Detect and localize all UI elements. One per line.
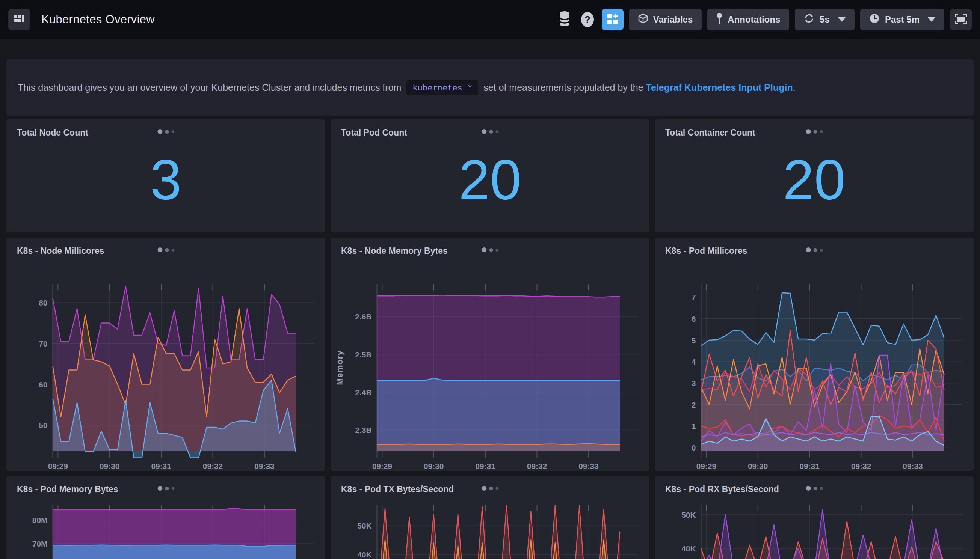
svg-text:09:30: 09:30 [748, 462, 768, 470]
svg-text:0: 0 [692, 443, 696, 452]
annotations-button[interactable]: Annotations [707, 8, 789, 30]
svg-text:6: 6 [692, 314, 696, 323]
cell-context-menu[interactable] [806, 486, 823, 491]
refresh-icon [804, 13, 814, 26]
cell-context-menu[interactable] [157, 247, 174, 252]
svg-text:09:29: 09:29 [696, 462, 716, 470]
svg-text:09:33: 09:33 [254, 462, 274, 470]
svg-text:2.4B: 2.4B [355, 388, 371, 397]
svg-text:09:29: 09:29 [48, 462, 68, 470]
variables-label: Variables [653, 14, 693, 25]
annotation-pin-icon [716, 12, 722, 26]
pod-millicores-chart[interactable]: 0123456709:2909:3009:3109:3209:33 [655, 238, 973, 471]
svg-text:09:33: 09:33 [578, 462, 598, 470]
panel-title: K8s - Pod RX Bytes/Second [665, 484, 779, 495]
panel-node-millicores: K8s - Node Millicores 5060708009:2909:30… [7, 238, 325, 471]
svg-text:09:31: 09:31 [800, 462, 819, 470]
svg-text:70M: 70M [32, 539, 48, 548]
panel-title: K8s - Pod Memory Bytes [17, 484, 118, 495]
svg-text:09:30: 09:30 [99, 462, 119, 470]
refresh-interval-dropdown[interactable]: 5s [795, 8, 854, 30]
sources-button[interactable] [556, 8, 573, 30]
chevron-down-icon [838, 17, 846, 22]
chevron-down-icon [928, 17, 935, 22]
help-button[interactable]: ? [579, 8, 596, 30]
node-millicores-chart[interactable]: 5060708009:2909:3009:3109:3209:33 [7, 238, 325, 471]
panel-total-container-count: Total Container Count 20 [655, 119, 973, 232]
panel-title: Total Container Count [665, 127, 755, 138]
cube-icon [638, 13, 648, 26]
svg-text:40K: 40K [357, 551, 371, 559]
svg-text:09:31: 09:31 [475, 462, 495, 470]
svg-text:09:33: 09:33 [903, 462, 922, 470]
telegraf-plugin-link[interactable]: Telegraf Kubernetes Input Plugin [646, 82, 793, 93]
panel-pod-rx-bytes: K8s - Pod RX Bytes/Second 30K40K50K09:29… [655, 476, 973, 559]
dashboard-note: This dashboard gives you an overview of … [7, 59, 973, 116]
svg-text:80M: 80M [32, 516, 48, 524]
svg-text:80: 80 [39, 298, 47, 307]
svg-text:5: 5 [692, 336, 696, 345]
help-icon: ? [581, 12, 594, 27]
panel-title: K8s - Pod TX Bytes/Second [341, 484, 454, 495]
presentation-mode-icon [955, 14, 967, 25]
cell-context-menu[interactable] [482, 486, 498, 491]
cell-context-menu[interactable] [482, 247, 498, 252]
stat-value: 3 [7, 147, 325, 212]
dashboard-app: Kubernetes Overview ? Variables [0, 0, 980, 559]
cell-context-menu[interactable] [806, 129, 823, 134]
panel-title: K8s - Node Millicores [17, 246, 104, 256]
variables-button[interactable]: Variables [629, 8, 702, 30]
svg-text:7: 7 [692, 293, 696, 301]
svg-text:09:31: 09:31 [151, 462, 171, 470]
svg-text:09:29: 09:29 [372, 462, 392, 470]
cell-context-menu[interactable] [482, 129, 498, 134]
cell-context-menu[interactable] [157, 129, 174, 134]
svg-text:09:30: 09:30 [424, 462, 444, 470]
panel-node-memory-bytes: K8s - Node Memory Bytes 2.3B2.4B2.5B2.6B… [331, 238, 649, 471]
panel-title: K8s - Pod Millicores [665, 246, 748, 256]
note-text-after: . [793, 82, 796, 93]
panel-pod-tx-bytes: K8s - Pod TX Bytes/Second 30K40K50K09:29… [331, 476, 649, 559]
dashboards-grid-icon [14, 14, 25, 25]
panel-pod-memory-bytes: K8s - Pod Memory Bytes 60M70M80M09:2909:… [7, 476, 325, 559]
svg-text:60: 60 [39, 380, 47, 389]
panel-title: K8s - Node Memory Bytes [341, 246, 448, 256]
svg-text:50K: 50K [357, 521, 371, 530]
svg-text:2.3B: 2.3B [355, 426, 371, 434]
note-text-mid: set of measurements populated by the [483, 82, 643, 93]
panel-pod-millicores: K8s - Pod Millicores 0123456709:2909:300… [655, 238, 973, 471]
dashboards-nav-button[interactable] [8, 8, 30, 30]
cell-context-menu[interactable] [806, 247, 823, 252]
add-cell-icon [607, 13, 618, 26]
add-cell-button[interactable] [602, 8, 624, 30]
svg-text:3: 3 [692, 379, 696, 387]
svg-text:50: 50 [39, 421, 47, 430]
panel-total-node-count: Total Node Count 3 [7, 119, 325, 232]
clock-icon [869, 13, 880, 26]
node-memory-bytes-chart[interactable]: 2.3B2.4B2.5B2.6B09:2909:3009:3109:3209:3… [331, 238, 649, 471]
svg-text:4: 4 [692, 357, 696, 366]
panel-title: Total Pod Count [341, 127, 407, 138]
note-code-chip: kubernetes_* [406, 80, 478, 95]
stat-value: 20 [655, 147, 973, 212]
refresh-interval-value: 5s [819, 14, 830, 25]
presentation-mode-button[interactable] [950, 8, 972, 30]
navbar: Kubernetes Overview ? Variables [0, 0, 980, 39]
time-range-dropdown[interactable]: Past 5m [860, 8, 944, 30]
svg-text:Memory: Memory [335, 350, 344, 385]
svg-text:50K: 50K [681, 511, 696, 519]
page-title: Kubernetes Overview [41, 13, 155, 26]
annotations-label: Annotations [728, 14, 780, 25]
svg-text:40K: 40K [681, 544, 696, 553]
svg-text:09:32: 09:32 [203, 462, 223, 470]
time-range-value: Past 5m [885, 14, 920, 25]
panel-title: Total Node Count [17, 127, 88, 138]
svg-text:2: 2 [692, 400, 696, 409]
svg-text:70: 70 [39, 339, 47, 348]
database-icon [557, 10, 572, 29]
cell-context-menu[interactable] [157, 486, 174, 491]
dashboard-grid: Total Node Count 3 Total Pod Count 20 To… [7, 119, 973, 559]
svg-text:09:32: 09:32 [527, 462, 547, 470]
svg-text:09:32: 09:32 [851, 462, 871, 470]
svg-text:2.6B: 2.6B [355, 313, 371, 321]
